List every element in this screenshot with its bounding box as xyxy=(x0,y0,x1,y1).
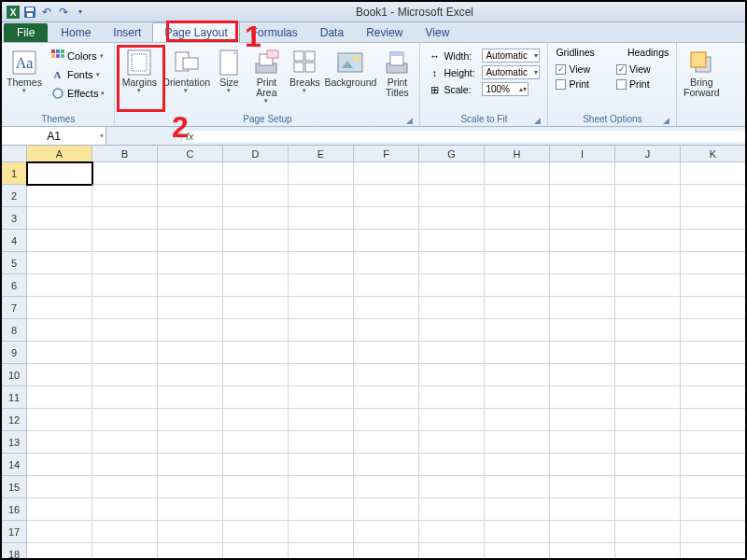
cell[interactable] xyxy=(615,454,681,476)
cell[interactable] xyxy=(289,521,354,543)
cell[interactable] xyxy=(223,274,289,297)
cell[interactable] xyxy=(289,386,354,409)
cell[interactable] xyxy=(681,431,746,454)
cell[interactable] xyxy=(92,185,158,207)
cell[interactable] xyxy=(485,207,550,230)
cell[interactable] xyxy=(485,386,550,409)
cell[interactable] xyxy=(289,498,354,521)
cell[interactable] xyxy=(419,476,485,498)
width-select[interactable]: Automatic▾ xyxy=(482,49,540,63)
cell[interactable] xyxy=(289,297,354,319)
cell[interactable] xyxy=(289,364,354,386)
cell[interactable] xyxy=(92,162,158,185)
cell[interactable] xyxy=(27,431,92,454)
size-button[interactable]: Size▾ xyxy=(212,45,246,97)
cell[interactable] xyxy=(419,230,485,252)
cell[interactable] xyxy=(550,274,615,297)
cell[interactable] xyxy=(354,319,419,342)
select-all-button[interactable] xyxy=(2,146,27,162)
cell[interactable] xyxy=(92,274,158,297)
cell[interactable] xyxy=(354,274,419,297)
cell[interactable] xyxy=(485,297,550,319)
cell[interactable] xyxy=(92,454,158,476)
row-header[interactable]: 5 xyxy=(2,252,27,274)
cell[interactable] xyxy=(158,498,223,521)
cell[interactable] xyxy=(158,409,223,431)
cell[interactable] xyxy=(550,319,615,342)
cell[interactable] xyxy=(681,207,746,230)
cell[interactable] xyxy=(419,386,485,409)
themes-button[interactable]: Aa Themes ▾ xyxy=(6,45,43,97)
cell[interactable] xyxy=(92,230,158,252)
dialog-launcher-icon[interactable]: ◢ xyxy=(661,116,670,125)
colors-button[interactable]: Colors▾ xyxy=(47,47,108,64)
cell[interactable] xyxy=(681,521,746,543)
cell[interactable] xyxy=(681,386,746,409)
cell[interactable] xyxy=(223,319,289,342)
cell[interactable] xyxy=(485,364,550,386)
cell[interactable] xyxy=(419,207,485,230)
cell[interactable] xyxy=(550,498,615,521)
cell[interactable] xyxy=(27,297,92,319)
cell[interactable] xyxy=(223,297,289,319)
cell[interactable] xyxy=(92,498,158,521)
cell[interactable] xyxy=(485,162,550,185)
cell[interactable] xyxy=(550,476,615,498)
cell[interactable] xyxy=(158,342,223,364)
cell[interactable] xyxy=(419,364,485,386)
cell[interactable] xyxy=(615,386,681,409)
tab-view[interactable]: View xyxy=(415,23,461,42)
cell[interactable] xyxy=(223,476,289,498)
row-header[interactable]: 6 xyxy=(2,274,27,297)
qat-dropdown-icon[interactable]: ▾ xyxy=(73,5,88,20)
cell[interactable] xyxy=(419,319,485,342)
row-header[interactable]: 1 xyxy=(2,162,27,185)
cell[interactable] xyxy=(419,297,485,319)
cell[interactable] xyxy=(289,454,354,476)
cell[interactable] xyxy=(289,409,354,431)
cell[interactable] xyxy=(550,207,615,230)
cell[interactable] xyxy=(158,364,223,386)
column-header[interactable]: K xyxy=(681,146,746,162)
cell[interactable] xyxy=(615,230,681,252)
cell[interactable] xyxy=(485,342,550,364)
tab-data[interactable]: Data xyxy=(309,23,355,42)
cell[interactable] xyxy=(485,498,550,521)
cell[interactable] xyxy=(681,274,746,297)
cells-area[interactable] xyxy=(27,162,746,560)
cell[interactable] xyxy=(92,297,158,319)
cell[interactable] xyxy=(289,207,354,230)
cell[interactable] xyxy=(354,297,419,319)
cell[interactable] xyxy=(485,431,550,454)
cell[interactable] xyxy=(223,162,289,185)
cell[interactable] xyxy=(681,454,746,476)
row-header[interactable]: 16 xyxy=(2,498,27,521)
gridlines-view-checkbox[interactable]: ✓View xyxy=(554,63,592,75)
cell[interactable] xyxy=(158,521,223,543)
column-header[interactable]: I xyxy=(550,146,615,162)
cell[interactable] xyxy=(289,162,354,185)
cell[interactable] xyxy=(223,521,289,543)
cell[interactable] xyxy=(289,252,354,274)
cell[interactable] xyxy=(485,476,550,498)
cell[interactable] xyxy=(27,498,92,521)
cell[interactable] xyxy=(223,342,289,364)
cell[interactable] xyxy=(419,431,485,454)
row-header[interactable]: 17 xyxy=(2,521,27,543)
cell[interactable] xyxy=(92,252,158,274)
cell[interactable] xyxy=(681,409,746,431)
cell[interactable] xyxy=(419,521,485,543)
cell[interactable] xyxy=(354,521,419,543)
cell[interactable] xyxy=(92,476,158,498)
cell[interactable] xyxy=(615,476,681,498)
cell[interactable] xyxy=(354,185,419,207)
cell[interactable] xyxy=(354,364,419,386)
cell[interactable] xyxy=(27,521,92,543)
cell[interactable] xyxy=(550,521,615,543)
row-header[interactable]: 13 xyxy=(2,431,27,454)
tab-review[interactable]: Review xyxy=(355,23,414,42)
print-area-button[interactable]: Print Area▾ xyxy=(247,45,285,107)
cell[interactable] xyxy=(485,252,550,274)
cell[interactable] xyxy=(223,364,289,386)
cell[interactable] xyxy=(289,342,354,364)
